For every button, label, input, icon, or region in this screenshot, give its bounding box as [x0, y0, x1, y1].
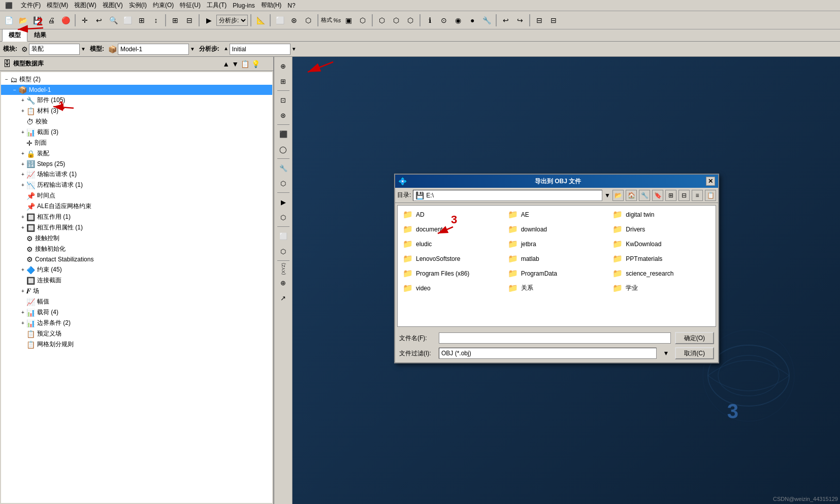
view2[interactable]: ⬡	[390, 14, 403, 27]
3d-btn[interactable]: ⬡	[302, 14, 315, 27]
model-dropdown-arrow[interactable]: ▼	[190, 46, 195, 52]
tab-results[interactable]: 结果	[27, 29, 53, 42]
tab-model[interactable]: 模型	[2, 29, 27, 42]
tree-item[interactable]: −🗂模型 (2)	[1, 74, 272, 85]
list-item[interactable]: 📁ProgramData	[505, 266, 609, 280]
tree-expand[interactable]: +	[19, 288, 26, 294]
nav-wrench-btn[interactable]: 🔧	[639, 190, 650, 201]
list-item[interactable]: 📁digital twin	[609, 208, 714, 221]
tree-item[interactable]: +📈场输出请求 (1)	[1, 169, 272, 180]
tree-item[interactable]: +🔧部件 (105)	[1, 95, 272, 106]
tree-item[interactable]: 📌ALE自适应网格约束	[1, 201, 272, 212]
tree-item[interactable]: +📊载荷 (4)	[1, 307, 272, 318]
list-item[interactable]: 📁学业	[609, 281, 714, 295]
path-dropdown-arrow[interactable]: ▼	[604, 192, 610, 199]
tool-part1[interactable]: 🔧	[276, 161, 290, 175]
panel-btn3[interactable]: 📋	[241, 60, 249, 68]
tool-box1[interactable]: ⬜	[276, 229, 290, 243]
cancel-button[interactable]: 取消(C)	[675, 347, 714, 359]
list-item[interactable]: 📁AE	[505, 208, 609, 221]
zoom-btn[interactable]: 🔍	[107, 14, 120, 27]
nav-grid-btn[interactable]: ⊞	[665, 190, 676, 201]
tree-expand[interactable]: +	[19, 172, 26, 177]
tree-expand[interactable]: +	[19, 320, 26, 326]
cube2[interactable]: ⬡	[356, 14, 369, 27]
tree-expand[interactable]: +	[19, 225, 26, 230]
open-btn[interactable]: 📂	[16, 14, 29, 27]
menu-help[interactable]: 帮助(H)	[258, 0, 285, 11]
tree-item[interactable]: +𝑭场	[1, 286, 272, 296]
select-box-btn[interactable]: ⬜	[121, 14, 134, 27]
tree-expand[interactable]: +	[19, 214, 26, 220]
menu-model[interactable]: 模型(M)	[44, 0, 71, 11]
filter-dropdown-arrow[interactable]: ▼	[661, 350, 671, 357]
view1[interactable]: ⬡	[375, 14, 389, 27]
menu-constraint[interactable]: 约束(O)	[150, 0, 177, 11]
tree-item[interactable]: ⏱校验	[1, 116, 272, 127]
tool-circle[interactable]: ◯	[276, 142, 290, 156]
tree-item[interactable]: +📊边界条件 (2)	[1, 318, 272, 328]
list-item[interactable]: 📁LenovoSoftstore	[400, 252, 504, 265]
cube1[interactable]: ▣	[342, 14, 355, 27]
panel-btn1[interactable]: ▲	[222, 60, 230, 68]
menu-instance[interactable]: 实例(I)	[126, 0, 150, 11]
list-item[interactable]: 📁AD	[400, 208, 504, 221]
tree-item[interactable]: +🔷约束 (45)	[1, 264, 272, 275]
nav-home-btn[interactable]: 🏠	[626, 190, 637, 201]
tree-expand[interactable]: +	[19, 97, 26, 103]
model-tree[interactable]: −🗂模型 (2)−📦Model-1+🔧部件 (105)+📋材料 (3)⏱校验+📊…	[1, 72, 272, 503]
tool-arrow[interactable]: ↗	[276, 291, 290, 306]
arrows-btn[interactable]: ↕	[149, 14, 163, 27]
circle1[interactable]: ⊙	[437, 14, 450, 27]
circle2[interactable]: ◉	[451, 14, 465, 27]
panel-btn4[interactable]: 💡	[251, 60, 260, 68]
circle3[interactable]: ●	[466, 14, 479, 27]
step-dropdown-arrow[interactable]: ▼	[292, 46, 297, 52]
panel-btn2[interactable]: ▼	[232, 60, 239, 68]
dialog-close-button[interactable]: ✕	[706, 177, 715, 186]
nav-detail-btn[interactable]: ≡	[692, 190, 703, 201]
wrench-btn[interactable]: 🔧	[480, 14, 493, 27]
menu-n[interactable]: N?	[284, 1, 298, 10]
nav-list-btn[interactable]: ⊟	[679, 190, 690, 201]
menu-feature[interactable]: 特征(U)	[177, 0, 204, 11]
save-btn[interactable]: 💾	[30, 14, 44, 27]
list-item[interactable]: 📁Program Files (x86)	[400, 266, 504, 280]
tree-item[interactable]: ⚙接触控制	[1, 233, 272, 244]
tree-expand[interactable]: +	[19, 182, 26, 188]
tree-expand[interactable]: +	[19, 129, 26, 135]
undo2-btn[interactable]: ↩	[499, 14, 512, 27]
tree-expand[interactable]: −	[11, 87, 18, 93]
export-dialog[interactable]: 💠 导出到 OBJ 文件 ✕ 目录: 💾 E:\ ▼ 📂 🏠	[394, 174, 719, 363]
tree-expand[interactable]: +	[19, 108, 26, 114]
tool-box2[interactable]: ⬡	[276, 244, 290, 258]
tree-item[interactable]: 📋预定义场	[1, 328, 272, 339]
tree-expand[interactable]: +	[19, 267, 26, 273]
tree-item[interactable]: ✛剖面	[1, 138, 272, 148]
list-item[interactable]: 📁document	[400, 222, 504, 236]
tool-select[interactable]: ▶	[276, 195, 290, 209]
model-select[interactable]: Model-1	[118, 44, 189, 55]
list-item[interactable]: 📁关系	[505, 281, 609, 295]
view3[interactable]: ⬡	[404, 14, 417, 27]
tree-item[interactable]: +📊截面 (3)	[1, 127, 272, 138]
list-item[interactable]: 📁eludic	[400, 237, 504, 251]
file-area[interactable]: 📁AD📁AE📁digital twin📁document📁download📁Dr…	[397, 205, 716, 327]
tool-connect[interactable]: ⊛	[276, 108, 290, 122]
tree-item[interactable]: +📋材料 (3)	[1, 106, 272, 116]
menu-tools[interactable]: 工具(T)	[204, 0, 230, 11]
list-item[interactable]: 📁jetbra	[505, 237, 609, 251]
tree-expand[interactable]: −	[3, 77, 10, 82]
menu-view-v[interactable]: 视图(V)	[100, 0, 126, 11]
list-item[interactable]: 📁download	[505, 222, 609, 236]
tree-item[interactable]: ⚙接触初始化	[1, 244, 272, 254]
tree-item[interactable]: 📌时间点	[1, 190, 272, 201]
undo-btn[interactable]: ↩	[92, 14, 106, 27]
tree-item[interactable]: 📈幅值	[1, 296, 272, 307]
tree-item[interactable]: 📋网格划分规则	[1, 339, 272, 350]
new-btn[interactable]: 📄	[2, 14, 15, 27]
select-btn[interactable]: ▶	[202, 14, 215, 27]
ok-button[interactable]: 确定(O)	[675, 332, 714, 344]
tool1[interactable]: 📐	[254, 14, 267, 27]
extra1[interactable]: ⊟	[533, 14, 546, 27]
